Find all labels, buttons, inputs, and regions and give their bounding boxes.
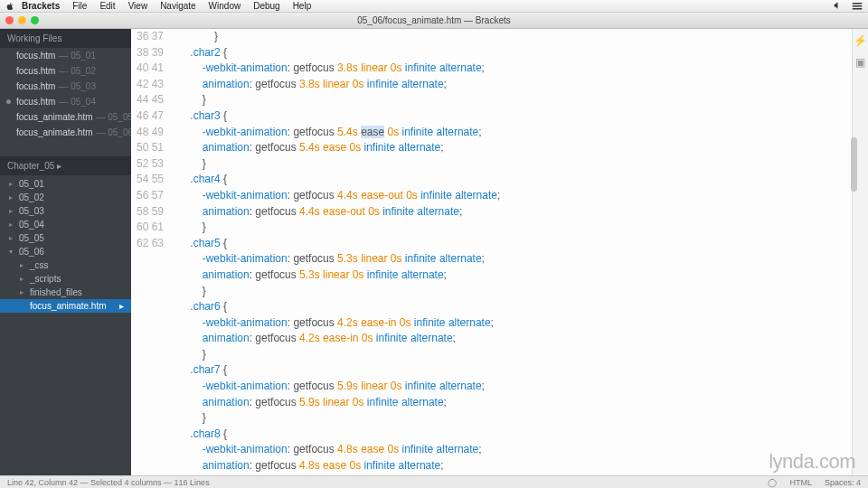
menu-edit[interactable]: Edit <box>99 1 115 11</box>
watermark: lynda.com <box>769 450 855 474</box>
tree-item[interactable]: ▾05_06 <box>0 245 131 258</box>
svg-rect-0 <box>853 3 863 5</box>
menu-debug[interactable]: Debug <box>253 1 279 11</box>
tree-item[interactable]: ▸05_01 <box>0 177 131 191</box>
cursor-status: Line 42, Column 42 — Selected 4 columns … <box>7 478 210 487</box>
zoom-button[interactable] <box>31 16 39 24</box>
status-bar: Line 42, Column 42 — Selected 4 columns … <box>0 475 868 488</box>
menu-help[interactable]: Help <box>293 1 312 11</box>
menu-extras-icon[interactable] <box>852 1 863 12</box>
traffic-lights <box>5 16 39 24</box>
working-file-item[interactable]: focus_animate.htm — 05_06 <box>0 125 131 140</box>
indent-mode[interactable]: Spaces: 4 <box>825 478 861 487</box>
code-editor[interactable]: 36 37 38 39 40 41 42 43 44 45 46 47 48 4… <box>131 29 868 475</box>
volume-icon[interactable] <box>834 1 844 12</box>
working-file-item[interactable]: focus.htm — 05_04 <box>0 94 131 109</box>
code-content[interactable]: } .char2 { -webkit-animation: getfocus 3… <box>175 29 852 475</box>
menu-file[interactable]: File <box>72 1 87 11</box>
menu-window[interactable]: Window <box>209 1 241 11</box>
menu-navigate[interactable]: Navigate <box>160 1 195 11</box>
tree-item[interactable]: ▸05_03 <box>0 204 131 218</box>
tree-item[interactable]: ▸_css <box>0 258 131 272</box>
working-file-item[interactable]: focus.htm — 05_02 <box>0 63 131 79</box>
menu-app[interactable]: Brackets <box>22 1 60 11</box>
tree-item-selected[interactable]: focus_animate.htm▸ <box>0 299 131 313</box>
working-file-item[interactable]: focus.htm — 05_01 <box>0 48 131 63</box>
minimize-button[interactable] <box>18 16 26 24</box>
svg-rect-1 <box>853 5 863 7</box>
tree-item[interactable]: ▸05_05 <box>0 231 131 245</box>
working-file-item[interactable]: focus_animate.htm — 05_05 <box>0 109 131 125</box>
close-button[interactable] <box>5 16 14 24</box>
project-section[interactable]: Chapter_05 ▸ <box>0 156 131 175</box>
tree-item[interactable]: ▸05_04 <box>0 218 131 231</box>
apple-icon[interactable] <box>5 2 14 11</box>
tree-item[interactable]: ▸05_02 <box>0 191 131 204</box>
working-files-header: Working Files <box>0 29 131 48</box>
live-preview-icon[interactable]: ⚡ <box>854 34 867 47</box>
mac-menubar: Brackets File Edit View Navigate Window … <box>0 0 868 13</box>
extension-icon[interactable]: ▣ <box>855 56 865 69</box>
tree-item[interactable]: ▸finished_files <box>0 286 131 299</box>
window-title: 05_06/focus_animate.htm — Brackets <box>357 15 511 25</box>
svg-rect-2 <box>853 8 863 10</box>
scrollbar-thumb[interactable] <box>851 137 857 192</box>
line-gutter: 36 37 38 39 40 41 42 43 44 45 46 47 48 4… <box>131 29 175 475</box>
window-titlebar: 05_06/focus_animate.htm — Brackets <box>0 13 868 29</box>
menu-view[interactable]: View <box>128 1 148 11</box>
right-toolbar: ⚡ ▣ <box>852 29 868 475</box>
working-file-item[interactable]: focus.htm — 05_03 <box>0 79 131 94</box>
tree-item[interactable]: ▸_scripts <box>0 272 131 286</box>
language-mode[interactable]: HTML <box>789 478 812 487</box>
sidebar: Working Files focus.htm — 05_01focus.htm… <box>0 29 131 475</box>
status-circle-icon[interactable]: ◯ <box>768 478 777 487</box>
